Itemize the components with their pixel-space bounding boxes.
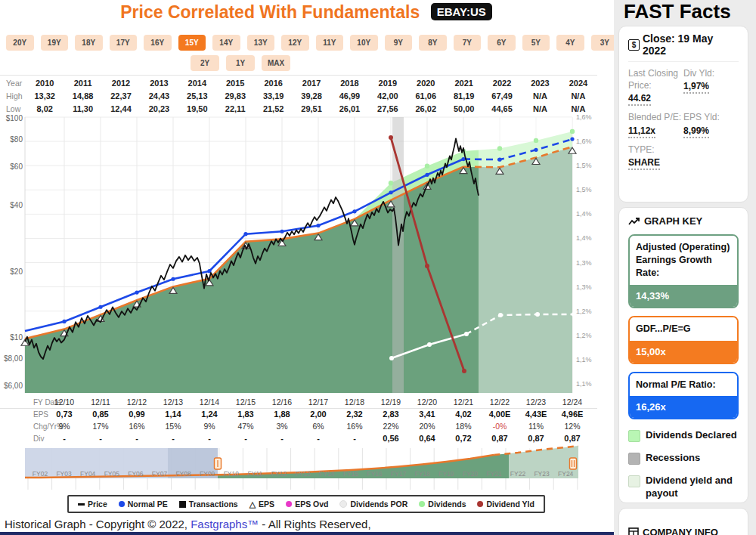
fy-cell: 2,00 xyxy=(300,410,336,419)
period-button-17y[interactable]: 17Y xyxy=(110,35,138,51)
fy-cells: ---------0,560,640,720,870,870,87 xyxy=(46,434,590,443)
legend-item-eps-ovd[interactable]: EPS Ovd xyxy=(286,499,328,509)
fy-row-label: Div xyxy=(33,434,44,443)
fy-cell: - xyxy=(264,434,300,443)
fy-cell: -0% xyxy=(482,422,518,431)
legend-item-price[interactable]: Price xyxy=(78,499,107,509)
year-table-row-label: High xyxy=(0,91,26,101)
navigator-label: FY24 xyxy=(558,470,574,478)
period-button-10y[interactable]: 10Y xyxy=(350,35,378,51)
navigator-label: FY18 xyxy=(414,470,430,478)
period-button-6y[interactable]: 6Y xyxy=(488,35,516,51)
dividends-marker xyxy=(419,501,425,507)
key-swatch-recessions: Recessions xyxy=(628,452,739,465)
fy-cell: 6% xyxy=(300,422,336,431)
period-button-15y[interactable]: 15Y xyxy=(178,35,206,51)
fy-cell: 0,87 xyxy=(482,434,518,443)
key-swatch-dividend-yield-and-payout: Dividend yield and payout xyxy=(628,475,739,500)
fy-cell: 0,87 xyxy=(518,434,554,443)
fastgraphs-link[interactable]: Fastgraphs™ xyxy=(191,518,259,530)
swatch-color xyxy=(628,430,640,442)
fy-cell: 9% xyxy=(46,422,82,431)
year-table-cell: 42,00 xyxy=(369,91,407,101)
fy-cell: 3% xyxy=(264,422,300,431)
page-title: Price Correlated With Fundamentals xyxy=(120,2,420,23)
period-button-1y[interactable]: 1Y xyxy=(226,55,255,71)
legend-item-transactions[interactable]: Transactions xyxy=(179,499,238,509)
fy-cell: - xyxy=(228,434,264,443)
price-fundamentals-chart[interactable]: $100$80$60$40$20$10$8,00$6,001,6%1,6%1,5… xyxy=(0,110,597,393)
fy-cell: - xyxy=(46,434,82,443)
fact-value: 8,99% xyxy=(683,125,709,138)
legend-item-dividend-yld[interactable]: Dividend Yld xyxy=(478,499,534,509)
fy-cell: 2,83 xyxy=(373,410,409,419)
legend-label: EPS Ovd xyxy=(295,499,328,509)
fy-row-fydate: FY Date12/1012/1112/1212/1312/1412/1512/… xyxy=(0,396,597,408)
legend-item-dividends[interactable]: Dividends xyxy=(419,499,466,509)
left-axis-label: $60 xyxy=(10,162,23,171)
navigator-label: FY06 xyxy=(128,470,144,478)
fact-label: Div Yld: xyxy=(683,67,739,79)
navigator-label: FY09 xyxy=(200,470,215,478)
dollar-icon: $ xyxy=(628,39,640,51)
fy-cell: 12/18 xyxy=(336,397,373,407)
period-button-4y[interactable]: 4Y xyxy=(556,35,584,51)
left-axis-label: $10 xyxy=(10,333,23,342)
period-button-2y[interactable]: 2Y xyxy=(191,55,219,71)
timeline-navigator[interactable]: FY02FY03FY04FY05FY06FY07FY08FY09FY10FY11… xyxy=(0,444,597,491)
fy-cell: 11% xyxy=(518,422,554,431)
period-button-5y[interactable]: 5Y xyxy=(522,35,550,51)
navigator-right-handle[interactable] xyxy=(570,458,577,469)
period-button-20y[interactable]: 20Y xyxy=(6,35,34,51)
fy-cell: 20% xyxy=(409,422,445,431)
period-button-9y[interactable]: 9Y xyxy=(385,35,413,51)
fy-cell: 0,87 xyxy=(554,434,590,443)
period-button-18y[interactable]: 18Y xyxy=(75,35,103,51)
company-info-heading-row[interactable]: COMPANY INFO xyxy=(628,527,739,535)
navigator-label: FY03 xyxy=(56,470,72,478)
fact-value: SHARE xyxy=(628,157,660,170)
navigator-left-handle[interactable] xyxy=(215,458,222,469)
left-axis-label: $6,00 xyxy=(4,382,23,390)
legend-item-normal-pe[interactable]: Normal PE xyxy=(119,499,168,509)
fact-value: 1,97% xyxy=(683,81,709,94)
key-card-label: Normal P/E Ratio: xyxy=(630,373,737,397)
legend-label: Dividends POR xyxy=(350,499,407,509)
period-button-8y[interactable]: 8Y xyxy=(419,35,447,51)
company-info-icon xyxy=(628,527,639,535)
period-button-11y[interactable]: 11Y xyxy=(316,35,344,51)
year-table-cell: 25,13 xyxy=(178,91,216,101)
normal-pe-marker xyxy=(119,501,125,507)
navigator-label: FY22 xyxy=(510,470,526,478)
legend-item-dividends-por[interactable]: Dividends POR xyxy=(339,499,407,509)
fy-cell: 47% xyxy=(228,422,264,431)
period-button-max[interactable]: MAX xyxy=(262,55,290,71)
legend-item-eps[interactable]: △EPS xyxy=(249,499,274,509)
fy-cell: 12/11 xyxy=(82,397,119,407)
fy-cell: 16% xyxy=(119,422,155,431)
fy-cell: 0,56 xyxy=(373,434,409,443)
right-axis-label: 1,6% xyxy=(576,113,592,121)
navigator-label: FY19 xyxy=(438,470,454,478)
fact-value: 44.62 xyxy=(628,93,651,106)
navigator-label: FY11 xyxy=(248,470,263,478)
fy-cell: 12/22 xyxy=(482,397,518,407)
footer-copyright: Historical Graph - Copyright © 2022, Fas… xyxy=(5,518,371,530)
fastgraphs-app: { "header": { "title": "Price Correlated… xyxy=(0,0,756,535)
period-button-16y[interactable]: 16Y xyxy=(144,35,172,51)
close-date-label: Close: 19 May 2022 xyxy=(643,32,739,57)
fy-cell: 1,14 xyxy=(155,410,191,419)
key-card-label: GDF...P/E=G xyxy=(630,317,737,341)
year-table-cell: 2022 xyxy=(483,79,521,88)
fast-facts-grid: Last Closing Price:44.62Div Yld:1,97%Ble… xyxy=(628,67,739,175)
period-button-12y[interactable]: 12Y xyxy=(281,35,309,51)
graph-key-swatches: Dividends DeclaredRecessionsDividend yie… xyxy=(628,429,739,500)
fy-row-eps: EPS0,730,850,991,141,241,831,882,002,322… xyxy=(0,408,597,420)
period-button-19y[interactable]: 19Y xyxy=(41,35,69,51)
period-button-14y[interactable]: 14Y xyxy=(212,35,240,51)
company-info-heading: COMPANY INFO xyxy=(643,527,718,535)
period-button-7y[interactable]: 7Y xyxy=(454,35,482,51)
year-table-cell: 24,43 xyxy=(140,91,178,101)
period-button-13y[interactable]: 13Y xyxy=(247,35,275,51)
year-table-cell: 2010 xyxy=(26,79,64,88)
